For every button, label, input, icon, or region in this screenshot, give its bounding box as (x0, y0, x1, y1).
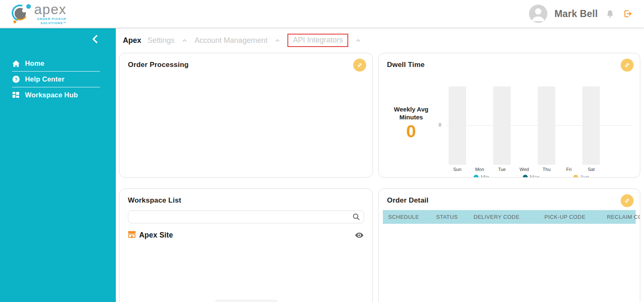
chevron-left-icon (91, 34, 99, 44)
breadcrumb-settings[interactable]: Settings (147, 36, 175, 45)
x-axis-labels: Sun Mon Tue Wed Thu Fri Sat (446, 167, 602, 172)
column-header: STATUS (436, 214, 465, 220)
chart-legend: Min Max Avg (446, 174, 602, 178)
weekly-avg-metric: Weekly Avg Minutes 0 (387, 106, 435, 178)
chart-column (535, 87, 558, 165)
dwell-time-chart: 0 Sun Mon Tue Wed (438, 69, 632, 178)
app-header: apex ORDER PICKUP SOLUTIONS™ Mark Bell (0, 0, 644, 27)
column-header: SCHEDULE (388, 214, 428, 220)
chart-column (446, 87, 469, 165)
column-header: DELIVERY CODE (474, 214, 536, 220)
avg-dot (573, 175, 578, 178)
expand-arrows-icon (356, 62, 363, 69)
sidebar-item-workspace-hub[interactable]: Workspace Hub (0, 87, 116, 103)
breadcrumb-api-integrators-highlighted[interactable]: API Integrators (287, 34, 348, 47)
brand-name: apex (34, 2, 67, 16)
breadcrumb-apex[interactable]: Apex (123, 36, 141, 45)
chevron-up-icon[interactable] (182, 37, 187, 43)
svg-text:?: ? (14, 77, 17, 82)
user-avatar[interactable] (529, 5, 547, 23)
chart-column (558, 87, 580, 165)
sidebar-item-label: Workspace Hub (25, 91, 78, 99)
legend-avg: Avg (573, 174, 589, 178)
chevron-up-icon[interactable] (275, 37, 280, 43)
weekly-avg-value: 0 (387, 121, 435, 141)
main-content: Apex Settings Account Management API Int… (116, 27, 644, 302)
brand-tagline: ORDER PICKUP SOLUTIONS™ (34, 17, 67, 25)
max-dot (523, 175, 528, 178)
storefront-icon (128, 231, 136, 240)
expand-button[interactable] (621, 194, 634, 207)
sidebar-collapse-button[interactable] (91, 34, 99, 45)
expand-arrows-icon (624, 197, 631, 204)
y-axis-tick: 0 (439, 122, 441, 127)
card-title: Workspace List (128, 196, 364, 205)
sidebar-item-label: Help Center (25, 75, 65, 83)
order-detail-card: Order Detail SCHEDULE STATUS DELIVERY CO… (378, 188, 640, 302)
apex-logo[interactable]: apex ORDER PICKUP SOLUTIONS™ (11, 2, 67, 25)
legend-max: Max (523, 174, 540, 178)
sidebar-item-home[interactable]: Home (0, 56, 116, 71)
grid-icon (12, 92, 20, 98)
home-icon (12, 60, 20, 67)
min-dot (474, 175, 479, 178)
column-header: PICK-UP CODE (544, 214, 599, 220)
search-icon[interactable] (352, 213, 360, 223)
chart-column (491, 87, 513, 165)
workspace-site-row[interactable]: Apex Site (128, 230, 364, 240)
dwell-time-card: Dwell Time Weekly Avg Minutes 0 0 (378, 53, 640, 178)
card-title: Order Detail (387, 196, 632, 205)
apex-logo-icon (11, 3, 31, 24)
column-header: RECLAIM CODE (607, 214, 640, 220)
expand-button[interactable] (353, 59, 366, 72)
order-processing-card: Order Processing (119, 53, 373, 178)
chart-column (513, 87, 536, 165)
user-name: Mark Bell (554, 8, 598, 20)
card-title: Order Processing (128, 61, 364, 69)
workspace-list-card: Workspace List Ap (119, 188, 373, 302)
workspace-search-input[interactable] (128, 210, 364, 223)
legend-min: Min (474, 174, 489, 178)
site-name: Apex Site (139, 231, 173, 240)
bell-icon (606, 10, 614, 18)
breadcrumb: Apex Settings Account Management API Int… (116, 27, 644, 52)
logout-button[interactable] (622, 8, 633, 19)
sidebar: Home ? Help Center Workspac (0, 28, 116, 302)
chart-column (580, 87, 602, 165)
partially-visible-button[interactable] (215, 300, 277, 302)
view-site-button[interactable] (354, 230, 364, 240)
card-title: Dwell Time (387, 61, 632, 69)
sidebar-item-help-center[interactable]: ? Help Center (0, 72, 116, 87)
notifications-button[interactable] (605, 9, 615, 19)
chart-column (469, 87, 491, 165)
logout-icon (623, 9, 632, 18)
help-icon: ? (12, 76, 20, 83)
breadcrumb-account-management[interactable]: Account Management (195, 36, 267, 45)
person-icon (529, 5, 547, 23)
chevron-up-icon[interactable] (355, 37, 361, 43)
order-table-header: SCHEDULE STATUS DELIVERY CODE PICK-UP CO… (383, 210, 636, 224)
expand-arrows-icon (624, 62, 631, 69)
eye-icon (354, 230, 364, 240)
sidebar-item-label: Home (25, 59, 45, 67)
